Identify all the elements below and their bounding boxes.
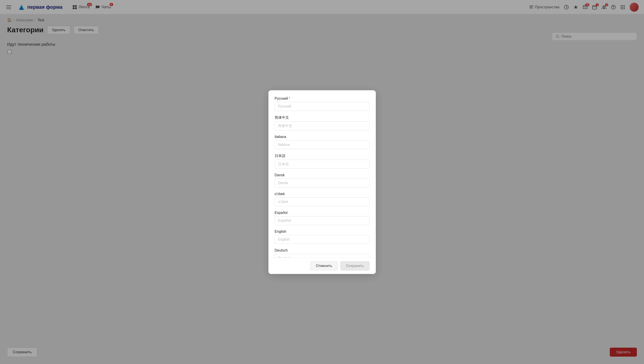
modal-save-button[interactable]: Сохранить <box>340 261 370 270</box>
field-label-spanish: Español <box>275 211 370 215</box>
field-input-italian[interactable] <box>275 140 370 149</box>
required-marker: * <box>289 97 290 101</box>
field-input-spanish[interactable] <box>275 216 370 225</box>
field-input-japanese[interactable] <box>275 160 370 169</box>
field-input-english[interactable] <box>275 235 370 244</box>
modal-cancel-button[interactable]: Отменить <box>310 261 338 270</box>
field-group-uzbek: o'zbek <box>275 192 370 206</box>
modal-scroll-area: Русский*简体中文Italiana日本語Dansko'zbekEspaño… <box>268 90 376 258</box>
field-group-german: Deutsch <box>275 248 370 258</box>
field-group-italian: Italiana <box>275 135 370 149</box>
field-input-german[interactable] <box>275 254 370 258</box>
field-input-russian[interactable] <box>275 102 370 111</box>
modal-overlay: Русский*简体中文Italiana日本語Dansko'zbekEspaño… <box>0 0 644 364</box>
field-label-italian: Italiana <box>275 135 370 139</box>
field-label-chinese: 简体中文 <box>275 115 370 120</box>
field-group-spanish: Español <box>275 211 370 225</box>
field-group-danish: Dansk <box>275 173 370 188</box>
field-label-russian: Русский* <box>275 97 370 101</box>
field-input-danish[interactable] <box>275 178 370 188</box>
field-label-german: Deutsch <box>275 248 370 252</box>
field-group-chinese: 简体中文 <box>275 115 370 130</box>
field-input-chinese[interactable] <box>275 121 370 130</box>
field-label-english: English <box>275 230 370 234</box>
field-label-japanese: 日本語 <box>275 154 370 158</box>
field-group-japanese: 日本語 <box>275 154 370 169</box>
field-group-russian: Русский* <box>275 97 370 111</box>
field-label-uzbek: o'zbek <box>275 192 370 196</box>
field-group-english: English <box>275 230 370 244</box>
field-label-danish: Dansk <box>275 173 370 177</box>
modal-footer: Отменить Сохранить <box>268 258 376 274</box>
field-input-uzbek[interactable] <box>275 197 370 206</box>
modal-dialog: Русский*简体中文Italiana日本語Dansko'zbekEspaño… <box>268 90 376 274</box>
